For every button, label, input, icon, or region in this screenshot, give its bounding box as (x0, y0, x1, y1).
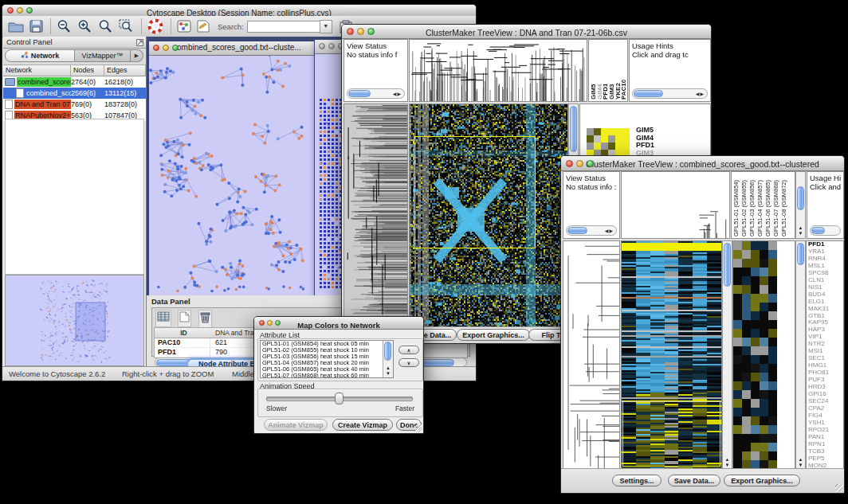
zoom-matrix-cell[interactable] (615, 135, 622, 143)
open-file-icon[interactable] (8, 20, 24, 33)
view-status-hscrollbar[interactable]: ◀▶ (347, 88, 405, 99)
zoom-window-button[interactable] (26, 7, 33, 14)
zoom-matrix-cell[interactable] (615, 128, 622, 135)
network-view-titlebar[interactable]: combined_scores_good.txt--cluste... (149, 41, 314, 56)
gene-list-panel[interactable]: PFD1YRA1RNR4MSL1SPC98CLN1NIS1BUD4ELG1MAK… (806, 240, 844, 471)
heatmap-canvas[interactable] (622, 241, 721, 470)
minimize-button[interactable] (576, 160, 583, 167)
dialog-titlebar[interactable]: Map Colors to Network (254, 317, 423, 330)
zoom-matrix-cell[interactable] (601, 143, 608, 150)
network-view-window[interactable]: combined_scores_good.txt--cluste... (148, 41, 315, 295)
treeview2-titlebar[interactable]: ClusterMaker TreeView : combined_scores_… (561, 156, 844, 171)
zoom-matrix-cell[interactable] (608, 143, 615, 150)
birdseye-view[interactable] (5, 275, 144, 366)
attribute-list-item[interactable]: GPL51-07 (GSM868) heat shock 60 min (261, 373, 383, 378)
minimize-button[interactable] (357, 28, 364, 35)
export-graphics-button[interactable]: Export Graphics... (724, 475, 800, 486)
zoom-out-icon[interactable] (57, 19, 72, 33)
close-button[interactable] (347, 28, 354, 35)
zoom-matrix-cell[interactable] (622, 143, 630, 150)
zoom-matrix-cell[interactable] (587, 143, 594, 150)
main-titlebar[interactable]: Cytoscape Desktop (Session Name: collins… (2, 5, 476, 17)
close-button[interactable] (319, 43, 325, 49)
attribute-table-icon[interactable] (155, 310, 171, 327)
zoom-matrix-cell[interactable] (608, 135, 615, 143)
zoom-matrix-cell[interactable] (594, 128, 601, 135)
tab-vizmapper[interactable]: VizMapper™ (75, 49, 131, 62)
zoom-matrix-cell[interactable] (594, 135, 601, 143)
new-attribute-icon[interactable] (178, 310, 191, 327)
row-dendrogram-canvas[interactable] (344, 104, 407, 328)
save-icon[interactable] (29, 20, 43, 33)
attribute-list-vscrollbar[interactable]: ▲▼ (383, 341, 393, 377)
float-panel-icon[interactable] (136, 38, 143, 49)
column-dendrogram-canvas[interactable] (410, 40, 587, 101)
zoom-matrix-cell[interactable] (587, 128, 594, 135)
heatmap-panel[interactable] (409, 104, 568, 329)
usage-hints-hscrollbar[interactable]: ◀▶ (632, 88, 708, 99)
close-button[interactable] (566, 160, 573, 167)
zoom-fit-icon[interactable] (98, 19, 113, 33)
zoom-matrix-cell[interactable] (601, 128, 608, 135)
search-dropdown-button[interactable]: ▼ (320, 20, 332, 33)
zoom-matrix-cell[interactable] (622, 135, 630, 143)
network-list-row[interactable]: DNA and Tran 07769(0)183728(0) (3, 99, 146, 110)
animate-vizmap-button[interactable]: Animate Vizmap (264, 419, 328, 431)
vizmapper-icon[interactable] (177, 20, 191, 33)
resize-grip-icon[interactable] (414, 424, 422, 432)
row-dendrogram-panel[interactable] (563, 240, 620, 471)
slider-thumb[interactable] (335, 393, 344, 404)
heatmap-panel[interactable] (621, 240, 722, 471)
resize-grip-icon[interactable] (835, 484, 843, 492)
close-button[interactable] (7, 7, 14, 14)
zoom-window-button[interactable] (587, 160, 594, 167)
tabs-overflow-button[interactable]: ▶ (131, 49, 143, 62)
delete-attribute-icon[interactable] (198, 310, 212, 328)
zoom-matrix-cell[interactable] (622, 128, 630, 135)
move-down-button[interactable]: ∨ (398, 358, 419, 367)
minimize-button[interactable] (163, 45, 169, 51)
zoom-window-button[interactable] (172, 45, 179, 51)
attribute-list[interactable]: ▲▼ GPL51-01 (GSM854) heat shock 05 minGP… (260, 340, 394, 378)
minimize-button[interactable] (17, 7, 23, 14)
network-tree-area[interactable] (5, 119, 144, 275)
row-dendrogram-canvas[interactable] (563, 241, 619, 470)
minimize-button[interactable] (328, 43, 335, 49)
column-labels-vscrollbar[interactable]: ▲▼ (795, 171, 806, 239)
zoom-selected-icon[interactable] (119, 19, 134, 33)
column-dendrogram-panel[interactable] (409, 39, 587, 102)
network-canvas[interactable] (149, 56, 312, 295)
search-input[interactable] (247, 21, 320, 33)
export-graphics-button[interactable]: Export Graphics... (457, 329, 530, 341)
save-data-button[interactable]: Save Data... (668, 475, 720, 486)
close-button[interactable] (259, 320, 265, 326)
zoom-matrix-cell[interactable] (587, 135, 594, 143)
create-vizmap-button[interactable]: Create Vizmap (332, 419, 393, 431)
move-up-button[interactable]: ∧ (398, 346, 419, 354)
settings-button[interactable]: Settings... (612, 475, 662, 486)
zoom-matrix-cell[interactable] (608, 128, 615, 135)
zoom-window-button[interactable] (367, 28, 375, 35)
treeview1-titlebar[interactable]: ClusterMaker TreeView : DNA and Tran 07-… (342, 25, 711, 39)
birdseye-canvas[interactable] (6, 275, 144, 364)
close-button[interactable] (153, 45, 159, 51)
annotation-icon[interactable] (197, 20, 210, 33)
row-dendrogram-panel[interactable] (344, 104, 408, 329)
column-dendrogram-panel[interactable] (621, 171, 730, 239)
network-list-row[interactable]: combined_scores2764(0)16218(0) (3, 76, 146, 88)
usage-hints-hscrollbar[interactable] (810, 225, 841, 236)
zoom-matrix-cell[interactable] (594, 143, 601, 150)
zoom-matrix-cell[interactable] (615, 143, 622, 150)
view-status-hscrollbar[interactable]: ◀▶ (566, 225, 617, 236)
gene-list-vscrollbar[interactable]: ▲▼ (795, 240, 806, 471)
minimize-button[interactable] (267, 320, 273, 326)
zoom-heatmap-panel[interactable] (732, 240, 795, 471)
zoom-heatmap-canvas[interactable] (733, 241, 779, 470)
zoom-in-icon[interactable] (77, 19, 92, 33)
help-lifesaver-icon[interactable] (147, 18, 163, 34)
tab-network[interactable]: Network (5, 49, 75, 62)
heatmap-canvas[interactable] (410, 104, 567, 328)
column-dendrogram-canvas[interactable] (622, 172, 729, 238)
zoom-window-button[interactable] (275, 320, 281, 326)
heatmap-vscrollbar[interactable]: ▲▼ (722, 240, 732, 471)
